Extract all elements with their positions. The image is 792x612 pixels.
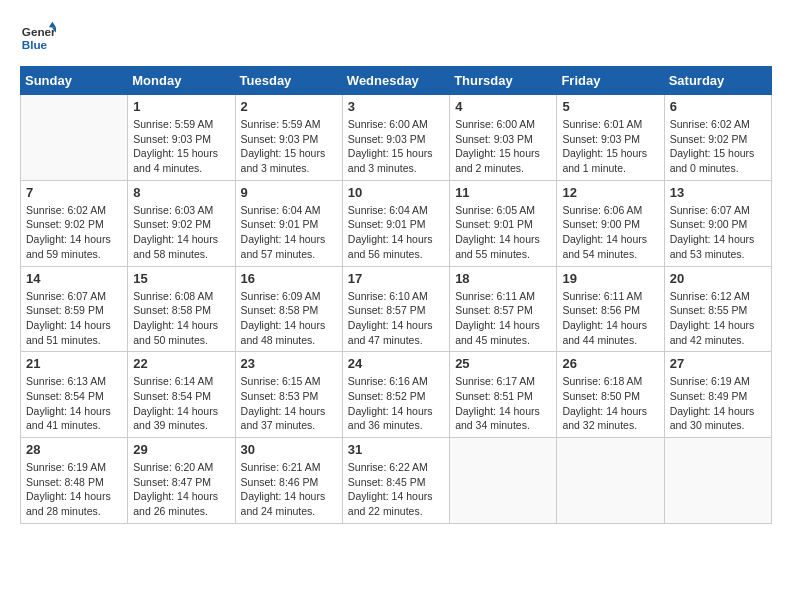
day-info: Sunrise: 5:59 AMSunset: 9:03 PMDaylight:… [133,117,229,176]
day-info: Sunrise: 6:04 AMSunset: 9:01 PMDaylight:… [348,203,444,262]
day-number: 30 [241,442,337,457]
calendar-week-row-4: 21Sunrise: 6:13 AMSunset: 8:54 PMDayligh… [21,352,772,438]
calendar-cell: 29Sunrise: 6:20 AMSunset: 8:47 PMDayligh… [128,438,235,524]
weekday-header-row: SundayMondayTuesdayWednesdayThursdayFrid… [21,67,772,95]
day-number: 19 [562,271,658,286]
day-number: 25 [455,356,551,371]
day-number: 22 [133,356,229,371]
calendar-cell: 20Sunrise: 6:12 AMSunset: 8:55 PMDayligh… [664,266,771,352]
calendar-cell: 5Sunrise: 6:01 AMSunset: 9:03 PMDaylight… [557,95,664,181]
day-number: 3 [348,99,444,114]
day-info: Sunrise: 6:12 AMSunset: 8:55 PMDaylight:… [670,289,766,348]
day-number: 10 [348,185,444,200]
calendar-cell: 1Sunrise: 5:59 AMSunset: 9:03 PMDaylight… [128,95,235,181]
day-info: Sunrise: 6:04 AMSunset: 9:01 PMDaylight:… [241,203,337,262]
day-info: Sunrise: 6:11 AMSunset: 8:56 PMDaylight:… [562,289,658,348]
day-number: 12 [562,185,658,200]
day-number: 1 [133,99,229,114]
calendar-cell: 2Sunrise: 5:59 AMSunset: 9:03 PMDaylight… [235,95,342,181]
weekday-header-friday: Friday [557,67,664,95]
calendar-cell: 23Sunrise: 6:15 AMSunset: 8:53 PMDayligh… [235,352,342,438]
calendar-cell: 11Sunrise: 6:05 AMSunset: 9:01 PMDayligh… [450,180,557,266]
day-info: Sunrise: 6:20 AMSunset: 8:47 PMDaylight:… [133,460,229,519]
calendar-cell: 10Sunrise: 6:04 AMSunset: 9:01 PMDayligh… [342,180,449,266]
calendar-cell [557,438,664,524]
day-number: 18 [455,271,551,286]
day-number: 13 [670,185,766,200]
calendar-cell: 6Sunrise: 6:02 AMSunset: 9:02 PMDaylight… [664,95,771,181]
calendar-cell: 30Sunrise: 6:21 AMSunset: 8:46 PMDayligh… [235,438,342,524]
day-info: Sunrise: 6:14 AMSunset: 8:54 PMDaylight:… [133,374,229,433]
weekday-header-sunday: Sunday [21,67,128,95]
calendar-week-row-3: 14Sunrise: 6:07 AMSunset: 8:59 PMDayligh… [21,266,772,352]
calendar-week-row-5: 28Sunrise: 6:19 AMSunset: 8:48 PMDayligh… [21,438,772,524]
day-info: Sunrise: 6:00 AMSunset: 9:03 PMDaylight:… [348,117,444,176]
page-header: General Blue [20,20,772,56]
weekday-header-saturday: Saturday [664,67,771,95]
day-info: Sunrise: 6:01 AMSunset: 9:03 PMDaylight:… [562,117,658,176]
day-number: 9 [241,185,337,200]
weekday-header-monday: Monday [128,67,235,95]
day-number: 28 [26,442,122,457]
calendar-cell: 3Sunrise: 6:00 AMSunset: 9:03 PMDaylight… [342,95,449,181]
day-number: 24 [348,356,444,371]
calendar-cell: 22Sunrise: 6:14 AMSunset: 8:54 PMDayligh… [128,352,235,438]
logo-icon: General Blue [20,20,56,56]
day-info: Sunrise: 6:07 AMSunset: 9:00 PMDaylight:… [670,203,766,262]
day-info: Sunrise: 6:18 AMSunset: 8:50 PMDaylight:… [562,374,658,433]
day-info: Sunrise: 6:16 AMSunset: 8:52 PMDaylight:… [348,374,444,433]
calendar-week-row-2: 7Sunrise: 6:02 AMSunset: 9:02 PMDaylight… [21,180,772,266]
day-number: 7 [26,185,122,200]
calendar-week-row-1: 1Sunrise: 5:59 AMSunset: 9:03 PMDaylight… [21,95,772,181]
weekday-header-thursday: Thursday [450,67,557,95]
day-info: Sunrise: 6:19 AMSunset: 8:48 PMDaylight:… [26,460,122,519]
calendar-cell: 24Sunrise: 6:16 AMSunset: 8:52 PMDayligh… [342,352,449,438]
calendar-cell: 18Sunrise: 6:11 AMSunset: 8:57 PMDayligh… [450,266,557,352]
day-number: 6 [670,99,766,114]
calendar-table: SundayMondayTuesdayWednesdayThursdayFrid… [20,66,772,524]
calendar-cell: 27Sunrise: 6:19 AMSunset: 8:49 PMDayligh… [664,352,771,438]
day-number: 11 [455,185,551,200]
day-info: Sunrise: 6:15 AMSunset: 8:53 PMDaylight:… [241,374,337,433]
day-info: Sunrise: 6:02 AMSunset: 9:02 PMDaylight:… [670,117,766,176]
calendar-cell: 12Sunrise: 6:06 AMSunset: 9:00 PMDayligh… [557,180,664,266]
day-number: 20 [670,271,766,286]
day-info: Sunrise: 6:03 AMSunset: 9:02 PMDaylight:… [133,203,229,262]
weekday-header-wednesday: Wednesday [342,67,449,95]
day-number: 31 [348,442,444,457]
weekday-header-tuesday: Tuesday [235,67,342,95]
day-number: 16 [241,271,337,286]
day-number: 27 [670,356,766,371]
day-number: 29 [133,442,229,457]
day-info: Sunrise: 6:11 AMSunset: 8:57 PMDaylight:… [455,289,551,348]
day-info: Sunrise: 6:02 AMSunset: 9:02 PMDaylight:… [26,203,122,262]
calendar-cell: 17Sunrise: 6:10 AMSunset: 8:57 PMDayligh… [342,266,449,352]
day-number: 23 [241,356,337,371]
day-info: Sunrise: 6:10 AMSunset: 8:57 PMDaylight:… [348,289,444,348]
day-info: Sunrise: 6:05 AMSunset: 9:01 PMDaylight:… [455,203,551,262]
day-number: 15 [133,271,229,286]
calendar-cell: 28Sunrise: 6:19 AMSunset: 8:48 PMDayligh… [21,438,128,524]
day-info: Sunrise: 6:00 AMSunset: 9:03 PMDaylight:… [455,117,551,176]
calendar-cell [450,438,557,524]
logo: General Blue [20,20,56,56]
calendar-cell [21,95,128,181]
calendar-cell: 31Sunrise: 6:22 AMSunset: 8:45 PMDayligh… [342,438,449,524]
calendar-cell: 8Sunrise: 6:03 AMSunset: 9:02 PMDaylight… [128,180,235,266]
day-info: Sunrise: 6:21 AMSunset: 8:46 PMDaylight:… [241,460,337,519]
day-number: 17 [348,271,444,286]
day-info: Sunrise: 6:19 AMSunset: 8:49 PMDaylight:… [670,374,766,433]
day-info: Sunrise: 6:06 AMSunset: 9:00 PMDaylight:… [562,203,658,262]
day-info: Sunrise: 6:22 AMSunset: 8:45 PMDaylight:… [348,460,444,519]
calendar-cell: 7Sunrise: 6:02 AMSunset: 9:02 PMDaylight… [21,180,128,266]
calendar-cell: 26Sunrise: 6:18 AMSunset: 8:50 PMDayligh… [557,352,664,438]
calendar-cell: 25Sunrise: 6:17 AMSunset: 8:51 PMDayligh… [450,352,557,438]
calendar-cell: 9Sunrise: 6:04 AMSunset: 9:01 PMDaylight… [235,180,342,266]
day-number: 5 [562,99,658,114]
calendar-cell: 15Sunrise: 6:08 AMSunset: 8:58 PMDayligh… [128,266,235,352]
day-info: Sunrise: 6:13 AMSunset: 8:54 PMDaylight:… [26,374,122,433]
day-number: 2 [241,99,337,114]
calendar-cell: 16Sunrise: 6:09 AMSunset: 8:58 PMDayligh… [235,266,342,352]
day-number: 8 [133,185,229,200]
calendar-cell [664,438,771,524]
